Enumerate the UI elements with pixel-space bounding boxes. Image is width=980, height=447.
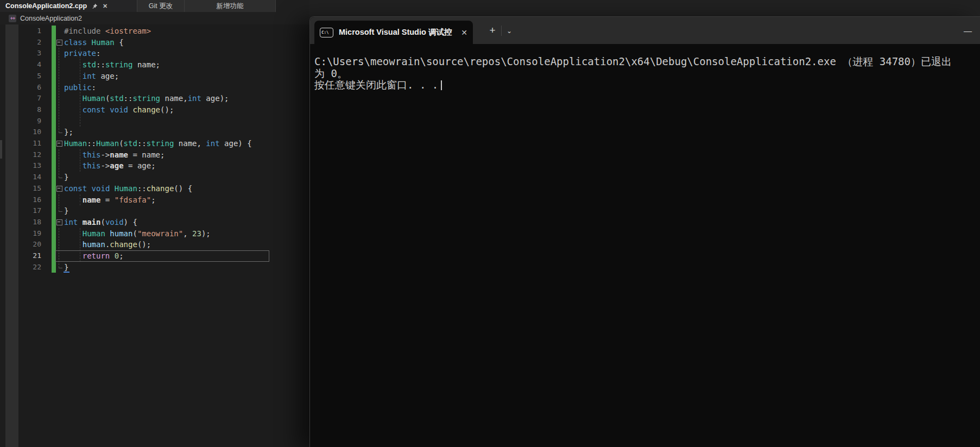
code-token: ( xyxy=(132,229,137,238)
code-token: Human xyxy=(96,139,119,148)
code-line-8[interactable]: const void change(); xyxy=(64,104,174,116)
cpp-project-icon: ++ xyxy=(9,15,16,22)
minimize-button[interactable]: — xyxy=(955,21,980,40)
cmd-icon: C:\ xyxy=(320,28,333,37)
code-token: "fdsafa" xyxy=(115,196,151,204)
code-editor[interactable]: 1#include <iostream>2class Human {3priva… xyxy=(0,24,309,447)
fold-collapse-icon[interactable] xyxy=(56,40,62,46)
pin-icon[interactable] xyxy=(92,3,98,9)
breadcrumb[interactable]: ++ ConsoleApplication2 xyxy=(0,12,309,24)
code-line-2[interactable]: class Human { xyxy=(64,37,124,48)
code-token: void xyxy=(105,218,124,226)
code-token xyxy=(64,240,83,249)
code-token xyxy=(64,72,83,80)
code-line-5[interactable]: int age; xyxy=(64,71,119,82)
terminal-tab[interactable]: C:\ Microsoft Visual Studio 调试控 ✕ xyxy=(314,21,473,44)
code-token: int xyxy=(206,139,219,148)
code-token xyxy=(64,161,83,170)
code-line-1[interactable]: #include <iostream> xyxy=(64,26,151,37)
line-number: 2 xyxy=(19,38,41,46)
code-token: Human xyxy=(92,38,115,47)
tab-新增功能[interactable]: 新增功能 xyxy=(185,0,276,12)
code-token: :: xyxy=(87,139,96,148)
code-token xyxy=(87,38,91,47)
code-token: this xyxy=(83,150,101,159)
fold-collapse-icon[interactable] xyxy=(56,219,62,225)
code-token: #include xyxy=(64,27,105,35)
fold-guide xyxy=(59,194,59,212)
fold-collapse-icon[interactable] xyxy=(56,186,62,192)
fold-collapse-icon[interactable] xyxy=(56,141,62,147)
terminal-tab-close-icon[interactable]: ✕ xyxy=(461,28,467,37)
code-line-15[interactable]: const void Human::change() { xyxy=(64,183,192,194)
fold-guide xyxy=(59,149,59,178)
code-line-18[interactable]: int main(void) { xyxy=(64,217,137,228)
line-number: 8 xyxy=(19,105,41,114)
code-token: public xyxy=(64,83,92,92)
code-line-13[interactable]: this->age = age; xyxy=(64,160,156,172)
terminal-title-bar[interactable]: C:\ Microsoft Visual Studio 调试控 ✕ + ⌄ — xyxy=(310,17,980,44)
new-tab-button[interactable]: + xyxy=(486,24,498,36)
code-line-17[interactable]: } xyxy=(64,205,68,217)
code-line-6[interactable]: public: xyxy=(64,82,96,93)
code-token: : xyxy=(96,49,100,58)
breakpoint-margin[interactable] xyxy=(5,24,18,447)
code-token: private xyxy=(64,49,96,58)
code-line-3[interactable]: private: xyxy=(64,48,100,59)
scroll-marker xyxy=(0,140,2,159)
code-line-16[interactable]: name = "fdsafa"; xyxy=(64,194,156,206)
code-token: int xyxy=(83,72,96,80)
code-token: human xyxy=(83,240,105,249)
code-token: void xyxy=(110,105,128,114)
line-number: 12 xyxy=(19,150,41,159)
code-token: -> xyxy=(100,150,110,159)
code-token: age); xyxy=(201,94,229,103)
line-number: 5 xyxy=(19,72,41,80)
line-number: 6 xyxy=(19,83,41,91)
line-number: 17 xyxy=(19,206,41,215)
code-token: = age; xyxy=(124,161,156,170)
code-token: (); xyxy=(137,240,151,249)
line-number: 16 xyxy=(19,196,41,204)
code-line-19[interactable]: Human human("meowrain", 23); xyxy=(64,228,211,240)
code-token: human xyxy=(110,229,132,238)
code-token xyxy=(78,218,82,226)
code-line-14[interactable]: } xyxy=(64,172,68,183)
tab-Git 更改[interactable]: Git 更改 xyxy=(137,0,185,12)
tab-ConsoleApplication2.cpp[interactable]: ConsoleApplication2.cpp✕ xyxy=(0,0,137,12)
code-token: } xyxy=(64,173,68,181)
code-token: age; xyxy=(96,72,119,80)
code-token: string xyxy=(147,139,174,148)
terminal-window: C:\ Microsoft Visual Studio 调试控 ✕ + ⌄ — … xyxy=(309,16,980,447)
line-number: 10 xyxy=(19,128,41,136)
code-token: class xyxy=(64,38,87,47)
code-token xyxy=(64,150,83,159)
code-line-10[interactable]: }; xyxy=(64,127,73,138)
current-line-highlight xyxy=(55,250,269,262)
editor-left-edge xyxy=(0,24,5,447)
terminal-output[interactable]: C:\Users\meowrain\source\repos\ConsoleAp… xyxy=(310,44,980,447)
button-separator xyxy=(501,26,502,36)
code-line-20[interactable]: human.change(); xyxy=(64,239,151,250)
code-token: this xyxy=(83,161,101,170)
line-number: 14 xyxy=(19,173,41,181)
code-token: ; xyxy=(151,196,155,204)
fold-guide-corner xyxy=(59,211,62,212)
screen: ConsoleApplication2.cpp✕Git 更改新增功能 ++ Co… xyxy=(0,0,980,447)
code-line-4[interactable]: std::string name; xyxy=(64,59,160,71)
code-token: int xyxy=(188,94,201,103)
code-token xyxy=(64,94,83,103)
code-token xyxy=(64,60,83,69)
code-line-22[interactable]: } xyxy=(64,262,68,273)
chevron-down-icon[interactable]: ⌄ xyxy=(504,24,514,37)
line-number: 22 xyxy=(19,263,41,271)
code-line-11[interactable]: Human::Human(std::string name, int age) … xyxy=(64,138,252,149)
code-token: Human xyxy=(83,229,105,238)
line-number: 7 xyxy=(19,94,41,102)
code-token: ); xyxy=(201,229,211,238)
close-icon[interactable]: ✕ xyxy=(103,3,108,9)
code-line-12[interactable]: this->name = name; xyxy=(64,149,165,161)
code-line-7[interactable]: Human(std::string name,int age); xyxy=(64,93,229,104)
line-number: 4 xyxy=(19,60,41,68)
code-token: std xyxy=(124,139,137,148)
